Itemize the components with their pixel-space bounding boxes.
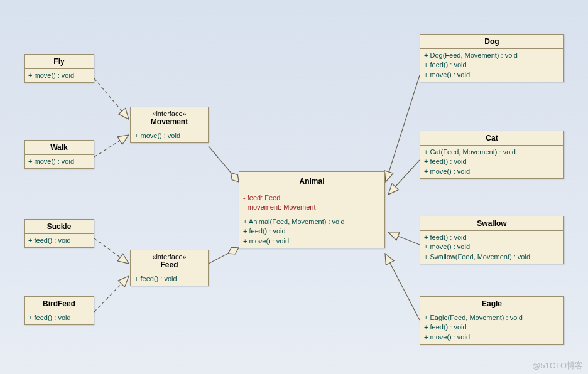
class-header: «interface» Movement (131, 107, 208, 129)
class-eagle[interactable]: Eagle + Eagle(Feed, Movement) : void + f… (420, 296, 564, 345)
stereotype: «interface» (136, 110, 203, 117)
attribute: - feed: Feed (243, 193, 381, 203)
class-name: Animal (239, 172, 384, 191)
class-name: Dog (420, 35, 564, 49)
method: + Dog(Feed, Movement) : void (424, 51, 560, 60)
method: + feed() : void (424, 157, 560, 166)
watermark: @51CTO博客 (532, 360, 583, 371)
method: + feed() : void (424, 60, 560, 70)
class-name: Movement (136, 117, 203, 126)
method: + move() : void (424, 333, 560, 342)
method: + feed() : void (28, 236, 90, 245)
class-fly[interactable]: Fly + move() : void (24, 54, 94, 83)
method: + feed() : void (134, 274, 204, 284)
method: + move() : void (243, 237, 381, 246)
method: + move() : void (424, 167, 560, 176)
class-name: Eagle (420, 297, 564, 311)
class-name: Walk (24, 141, 94, 155)
class-dog[interactable]: Dog + Dog(Feed, Movement) : void + feed(… (420, 34, 564, 82)
class-name: Fly (24, 55, 94, 69)
class-swallow[interactable]: Swallow + feed() : void + move() : void … (420, 216, 564, 264)
class-walk[interactable]: Walk + move() : void (24, 140, 94, 169)
method: + move() : void (424, 242, 560, 252)
class-name: Swallow (420, 216, 564, 231)
class-animal[interactable]: Animal - feed: Feed - movement: Movement… (239, 171, 385, 248)
method: + move() : void (28, 157, 90, 166)
method: + Animal(Feed, Movement) : void (243, 217, 381, 227)
method: + move() : void (134, 131, 204, 141)
stereotype: «interface» (136, 253, 203, 260)
class-birdfeed[interactable]: BirdFeed + feed() : void (24, 296, 94, 325)
method: + move() : void (424, 70, 560, 80)
interface-movement[interactable]: «interface» Movement + move() : void (130, 107, 209, 143)
method: + feed() : void (424, 233, 560, 242)
class-name: BirdFeed (24, 297, 94, 311)
method: + feed() : void (28, 313, 90, 323)
class-suckle[interactable]: Suckle + feed() : void (24, 219, 94, 248)
class-name: Feed (136, 260, 203, 269)
method: + feed() : void (424, 323, 560, 332)
class-cat[interactable]: Cat + Cat(Feed, Movement) : void + feed(… (420, 131, 564, 179)
method: + Swallow(Feed, Movement) : void (424, 252, 560, 262)
class-name: Suckle (24, 220, 94, 234)
method: + Cat(Feed, Movement) : void (424, 147, 560, 157)
class-name: Cat (420, 131, 564, 146)
attribute: - movement: Movement (243, 203, 381, 212)
class-header: «interface» Feed (131, 250, 208, 272)
method: + move() : void (28, 71, 90, 80)
method: + Eagle(Feed, Movement) : void (424, 313, 560, 323)
method: + feed() : void (243, 227, 381, 236)
interface-feed[interactable]: «interface» Feed + feed() : void (130, 250, 209, 286)
